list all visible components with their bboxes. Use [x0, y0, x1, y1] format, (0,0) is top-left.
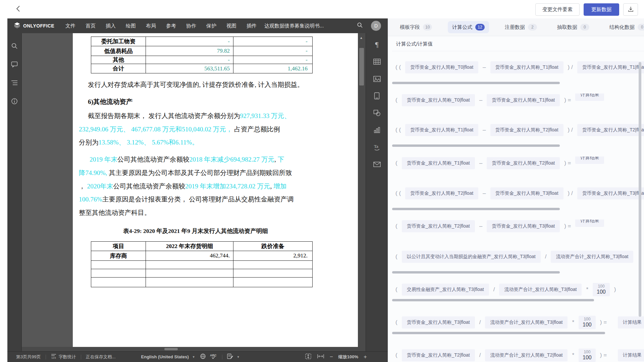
field-chip[interactable]: 货币资金_发行人简称_T1|float	[490, 61, 564, 73]
search-button[interactable]	[354, 22, 366, 29]
constant-chip[interactable]: 100100	[593, 283, 610, 296]
table-row: 库存商462,744.2,912.	[91, 251, 313, 261]
document-editor: ONLYOFFICE 文件首页插入绘图布局参考协作保护视图插件 达观数据债券募集…	[7, 18, 388, 362]
textart-settings-icon[interactable]: Ta	[373, 143, 381, 151]
menu-item-绘图[interactable]: 绘图	[121, 18, 141, 33]
track-changes-button[interactable]: ▼	[227, 353, 240, 360]
user-avatar[interactable]: D	[371, 21, 381, 31]
formula-operator: –	[483, 64, 486, 71]
calc-result-chip[interactable]: 计算结果	[618, 316, 644, 328]
language-selector[interactable]: English (United States) ▼	[141, 354, 195, 359]
field-chip[interactable]: 流动资产合计_发行人简称_T3|float	[499, 284, 582, 296]
chart-settings-icon[interactable]	[373, 126, 381, 134]
scroll-up-icon[interactable]: ▲	[360, 36, 363, 40]
field-chip[interactable]: 货币资金_发行人简称_T2|float	[577, 124, 644, 136]
field-chip[interactable]: 货币资金_发行人简称_T3|float	[402, 316, 475, 328]
calc-result-chip[interactable]: 计算结果	[618, 349, 644, 361]
field-chip[interactable]: 货币资金_发行人简称_T3|float	[487, 220, 560, 232]
menu-item-插件[interactable]: 插件	[241, 18, 262, 33]
comments-icon[interactable]	[10, 60, 18, 68]
field-chip[interactable]: 货币资金_发行人简称_T2|float	[487, 157, 560, 169]
field-chip[interactable]: 货币资金_发行人简称_T1|float	[577, 61, 644, 73]
highlighted-text: 100.76%	[79, 196, 102, 203]
shape-settings-icon[interactable]	[373, 109, 381, 117]
update-data-button[interactable]: 更新数据	[584, 3, 619, 16]
field-chip[interactable]: 货币资金_发行人简称_T0|float	[405, 61, 478, 73]
formula-operator: /	[545, 253, 547, 260]
field-chip[interactable]: 流动资产合计_发行人简称_T3|float	[551, 251, 633, 263]
zoom-in-button[interactable]: +	[364, 354, 367, 360]
menu-item-插入[interactable]: 插入	[101, 18, 121, 33]
tab-抽取数据[interactable]: 抽取数据0	[553, 21, 594, 33]
field-chip[interactable]: 以公计且其变动计入当期损益的金融资产_发行人简称_T3|float	[402, 251, 541, 263]
headings-icon[interactable]	[10, 79, 18, 87]
field-chip[interactable]: 货币资金_发行人简称_T1|float	[405, 124, 478, 136]
image-settings-icon[interactable]	[373, 75, 381, 83]
track-changes-icon	[227, 353, 233, 360]
fit-width-button[interactable]	[317, 354, 324, 360]
formula-operator: ) =	[600, 352, 607, 359]
table-cell: 低值易耗品	[91, 46, 146, 56]
page-number-indicator[interactable]: 第3页共99页	[16, 354, 41, 360]
formula-operator: (	[395, 286, 397, 293]
document-title-tab[interactable]: 达观数据债券募集说明书...	[262, 23, 327, 29]
table-row	[91, 261, 313, 269]
back-button[interactable]	[13, 5, 23, 14]
search-icon[interactable]	[10, 42, 18, 50]
mailmerge-settings-icon[interactable]	[373, 160, 381, 168]
vertical-scroll-thumb[interactable]	[359, 48, 364, 85]
table-settings-icon[interactable]	[373, 58, 381, 66]
panel-scroll-thumb[interactable]	[639, 62, 641, 317]
menu-item-文件[interactable]: 文件	[60, 18, 80, 33]
field-chip[interactable]: 交易性金融资产_发行人简称_T3|float	[402, 284, 489, 296]
paragraph-settings-icon[interactable]: ¶	[373, 41, 381, 49]
tab-注册数据[interactable]: 注册数据2	[500, 21, 541, 33]
formula-row: (货币资金_发行人简称_T2|float–货币资金_发行人简称_T3|float…	[395, 220, 644, 233]
field-chip[interactable]: 货币资金_发行人简称_T2|float	[402, 220, 475, 232]
horizontal-scroll-thumb[interactable]	[164, 348, 178, 350]
field-chip[interactable]: 货币资金_发行人简称_T3|float	[490, 187, 564, 199]
field-chip[interactable]: 货币资金_发行人简称_T2|float	[402, 349, 475, 361]
menu-item-首页[interactable]: 首页	[80, 18, 101, 33]
tab-模板字段[interactable]: 模板字段10	[395, 21, 436, 33]
tab-结构化数据[interactable]: 结构化数据0	[605, 21, 644, 33]
field-chip[interactable]: 货币资金_发行人简称_T1|float	[487, 94, 560, 106]
document-language-button[interactable]	[200, 353, 206, 360]
field-chip[interactable]: 流动资产合计_发行人简称_T3|float	[485, 316, 568, 328]
change-file-elements-button[interactable]: 变更文件要素	[535, 3, 580, 16]
word-count-button[interactable]: 123 字数统计	[51, 354, 76, 360]
menu-item-保护[interactable]: 保护	[201, 18, 221, 33]
menu-item-协作[interactable]: 协作	[181, 18, 201, 33]
field-chip[interactable]: 货币资金_发行人简称_T1|float	[402, 157, 475, 169]
formula-operator: ) =	[564, 160, 571, 167]
calc-result-chip[interactable]: 计算结果	[575, 220, 604, 227]
document-horizontal-scrollbar[interactable]	[22, 347, 358, 351]
field-chip[interactable]: 货币资金_发行人简称_T2|float	[490, 124, 564, 136]
menu-item-视图[interactable]: 视图	[221, 18, 241, 33]
formula-row: (货币资金_发行人简称_T0|float–货币资金_发行人简称_T1|float…	[395, 94, 644, 107]
field-chip[interactable]: 货币资金_发行人简称_T2|float	[405, 187, 478, 199]
zoom-level-label[interactable]: 缩放100%	[338, 354, 358, 360]
document-vertical-scrollbar[interactable]: ▲	[358, 33, 366, 351]
tab-计算公式[interactable]: 计算公式12	[448, 21, 489, 33]
menu-item-布局[interactable]: 布局	[141, 18, 161, 33]
formula-group-divider	[392, 144, 560, 147]
download-button[interactable]	[623, 3, 638, 16]
body-text: ，	[79, 183, 87, 190]
table-cell: 462,744.	[146, 251, 233, 261]
highlighted-text: 927,931.33 万元、	[240, 112, 290, 119]
field-chip[interactable]: 货币资金_发行人简称_T3|float	[577, 187, 644, 199]
fit-page-button[interactable]	[305, 353, 312, 360]
constant-chip[interactable]: 100100	[579, 316, 596, 329]
zoom-out-button[interactable]: −	[330, 354, 333, 360]
field-chip[interactable]: 货币资金_发行人简称_T0|float	[402, 94, 475, 106]
document-page[interactable]: 委托加工物资--低值易耗品79.82-其他--合计563,511.651,462…	[73, 33, 358, 347]
field-chip[interactable]: 流动资产合计_发行人简称_T2|float	[485, 349, 568, 361]
calc-result-chip[interactable]: 计算结果	[575, 157, 604, 164]
header-footer-settings-icon[interactable]	[373, 92, 381, 100]
about-icon[interactable]	[10, 97, 18, 105]
menu-item-参考[interactable]: 参考	[161, 18, 181, 33]
constant-chip[interactable]: 100100	[579, 349, 596, 362]
calc-result-chip[interactable]: 计算结果	[575, 94, 604, 101]
spellcheck-button[interactable]: ABC	[210, 353, 217, 360]
